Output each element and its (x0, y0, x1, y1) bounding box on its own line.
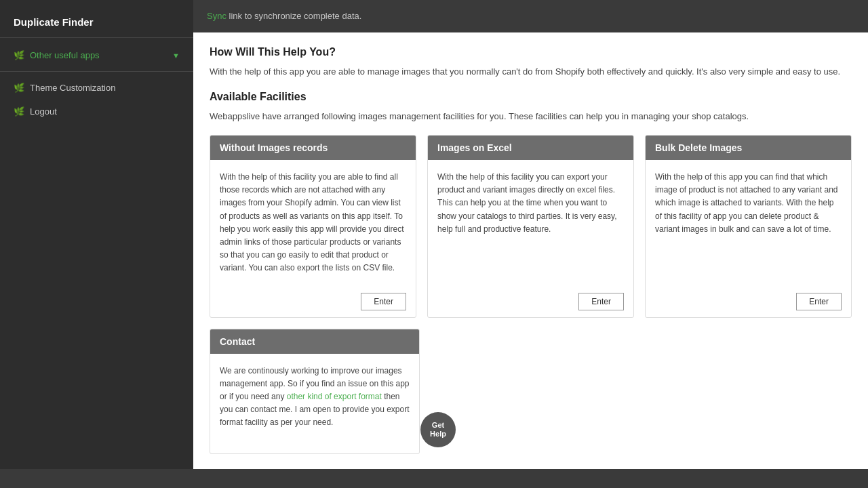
card-contact-header: Contact (210, 329, 419, 354)
sidebar-item-left: 🌿 Theme Customization (14, 83, 115, 93)
sidebar-item-label: Other useful apps (30, 50, 100, 60)
card-images-on-excel-body: With the help of this facility you can e… (428, 160, 633, 286)
card-without-images-footer: Enter (210, 286, 416, 317)
card-images-on-excel-header: Images on Excel (428, 136, 633, 160)
card-contact-footer (210, 440, 419, 453)
footer-bar (0, 469, 868, 488)
sidebar-divider (0, 71, 193, 72)
enter-button-bulk-delete[interactable]: Enter (796, 293, 842, 310)
sidebar-item-other-useful-apps[interactable]: 🌿 Other useful apps ▼ (0, 43, 193, 67)
card-bulk-delete-images-body: With the help of this app you can find t… (646, 160, 851, 286)
card-bulk-delete-images-header: Bulk Delete Images (646, 136, 851, 160)
enter-button-images-on-excel[interactable]: Enter (578, 293, 624, 310)
how-will-help-desc: With the help of this app you are able t… (210, 65, 852, 79)
cards-row: Without Images records With the help of … (210, 135, 852, 318)
available-facilities-desc: Webappslive have arranged following imag… (210, 110, 852, 123)
sidebar-logo: Duplicate Finder (0, 7, 193, 38)
chevron-down-icon: ▼ (172, 52, 180, 60)
contact-row: Contact We are continously working to im… (210, 329, 852, 455)
sidebar: Duplicate Finder 🌿 Other useful apps ▼ 🌿… (0, 0, 193, 488)
sidebar-item-logout[interactable]: 🌿 Logout (0, 100, 193, 123)
card-bulk-delete-images: Bulk Delete Images With the help of this… (645, 135, 852, 318)
how-will-help-title: How Will This Help You? (210, 46, 852, 58)
card-without-images: Without Images records With the help of … (210, 135, 416, 318)
get-help-label: GetHelp (430, 421, 446, 439)
sidebar-item-label: Theme Customization (30, 83, 115, 93)
card-bulk-delete-images-footer: Enter (646, 286, 851, 317)
sync-link[interactable]: Sync (207, 11, 226, 21)
contact-link[interactable]: other kind of export format (287, 392, 382, 401)
card-contact: Contact We are continously working to im… (210, 329, 420, 455)
leaf-icon: 🌿 (14, 106, 24, 117)
card-images-on-excel-footer: Enter (428, 286, 633, 317)
sidebar-item-theme-customization[interactable]: 🌿 Theme Customization (0, 76, 193, 100)
available-facilities-title: Available Facilities (210, 91, 852, 103)
get-help-button[interactable]: GetHelp (420, 412, 456, 447)
content-area: How Will This Help You? With the help of… (193, 33, 868, 488)
leaf-icon: 🌿 (14, 83, 24, 93)
main-content: Sync link to synchronize complete data. … (193, 0, 868, 488)
sync-bar-text: link to synchronize complete data. (226, 11, 361, 21)
card-contact-body: We are continously working to improve ou… (210, 354, 419, 441)
leaf-icon: 🌿 (14, 50, 24, 60)
enter-button-without-images[interactable]: Enter (361, 293, 406, 310)
card-images-on-excel: Images on Excel With the help of this fa… (427, 135, 634, 318)
sidebar-item-label: Logout (30, 106, 57, 117)
card-without-images-header: Without Images records (210, 136, 416, 160)
card-without-images-body: With the help of this facility you are a… (210, 160, 416, 286)
sync-bar: Sync link to synchronize complete data. (193, 0, 868, 33)
sidebar-item-left: 🌿 Logout (14, 106, 57, 117)
sidebar-item-left: 🌿 Other useful apps (14, 50, 100, 60)
